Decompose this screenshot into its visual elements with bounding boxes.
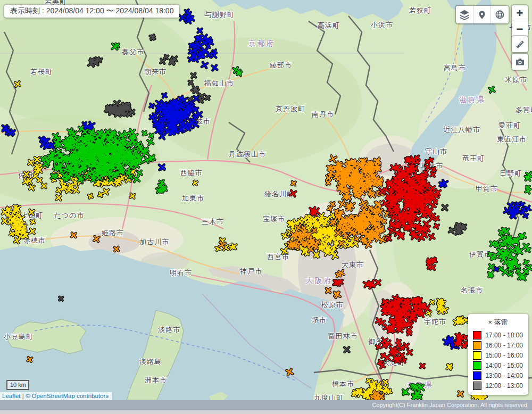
display-time-label: 表示時刻 : 2024/08/04 12:00 〜 2024/08/04 18:… [4,5,179,18]
measure-control [512,36,528,52]
camera-icon [515,57,525,67]
legend-swatch [473,371,481,380]
ruler-icon [515,39,525,49]
attribution: Leaflet | © OpenStreetMap contributors [0,392,112,400]
legend-item: 16:00 - 17:00 [473,340,523,350]
layers-button[interactable] [456,6,473,23]
legend-swatch [473,331,481,340]
legend-swatch [473,351,481,360]
legend-swatch [473,341,481,350]
globe-button[interactable] [491,6,509,23]
layers-icon [459,10,470,20]
legend-label: 14:00 - 15:00 [485,362,523,369]
base-map [0,0,532,400]
map-viewport[interactable]: 京都府滋賀県大阪府奈良県岩美町与謝野町若狭町小浜市高浜町長浜市若桜町養父市朝来市… [0,0,532,400]
osm-link[interactable]: © OpenStreetMap contributors [26,393,109,399]
camera-button[interactable] [512,54,528,70]
legend-label: 15:00 - 16:00 [485,352,523,359]
legend-title: × 落雷 [473,318,523,327]
ruler-button[interactable] [512,36,528,52]
map-pin-icon [477,10,487,20]
map-tool-group [456,6,509,23]
legend-swatch [473,382,481,390]
screenshot-control [512,54,528,70]
legend-item: 15:00 - 16:00 [473,350,523,360]
zoom-out-button[interactable]: − [512,21,528,37]
leaflet-link[interactable]: Leaflet [2,393,21,399]
zoom-control: + − [512,5,528,37]
legend-swatch [473,361,481,370]
zoom-in-button[interactable]: + [512,5,528,21]
legend-label: 12:00 - 13:00 [485,382,523,390]
scale-bar: 10 km [6,380,29,390]
legend-item: 17:00 - 18:00 [473,330,523,340]
legend-label: 13:00 - 14:00 [485,372,523,379]
location-pin-button[interactable] [473,6,491,23]
legend-item: 13:00 - 14:00 [473,370,523,380]
legend: × 落雷 17:00 - 18:0016:00 - 17:0015:00 - 1… [468,314,528,395]
legend-item: 12:00 - 13:00 [473,380,523,391]
globe-icon [495,10,505,20]
attribution-separator: | [21,393,26,399]
legend-label: 17:00 - 18:00 [485,332,523,339]
legend-rows: 17:00 - 18:0016:00 - 17:0015:00 - 16:001… [473,330,523,391]
page-background [0,410,532,414]
legend-label: 16:00 - 17:00 [485,342,523,349]
legend-item: 14:00 - 15:00 [473,360,523,370]
copyright-bar: Copyright(C) Franklin Japan Corporation.… [0,400,532,410]
